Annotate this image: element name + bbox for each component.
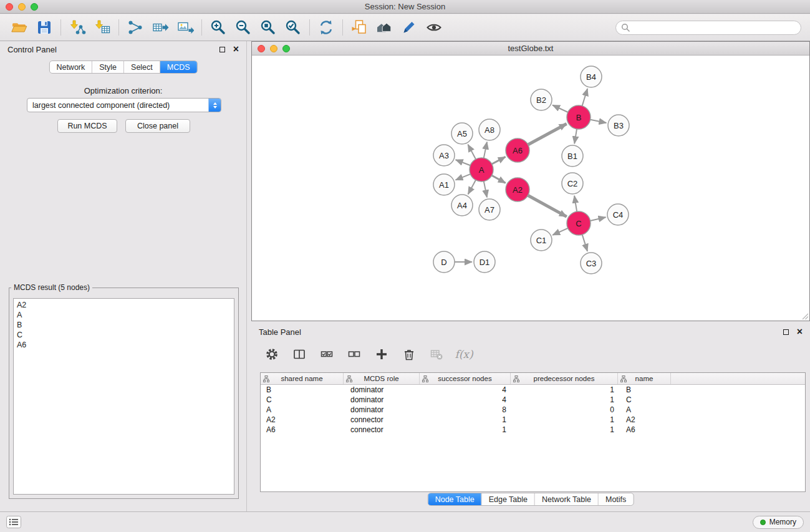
annotation-pen-button[interactable] [398,17,420,37]
tab-node-table[interactable]: Node Table [428,493,481,505]
graph-node-B4[interactable]: B4 [581,66,602,87]
table-cell[interactable]: 0 [511,405,618,414]
zoom-fit-button[interactable] [258,17,279,37]
graph-edge-B-B3[interactable] [591,120,607,123]
tab-mcds[interactable]: MCDS [160,61,197,73]
task-history-button[interactable] [6,516,21,528]
delete-table-button[interactable] [428,346,445,362]
tab-edge-table[interactable]: Edge Table [481,493,534,505]
graph-node-A4[interactable]: A4 [451,195,473,216]
graph-edge-A-A1[interactable] [456,174,471,180]
run-mcds-button[interactable]: Run MCDS [57,119,117,133]
export-table-button[interactable] [150,17,171,37]
graph-edge-C-C1[interactable] [552,228,568,235]
graph-node-C1[interactable]: C1 [531,230,552,251]
table-cell[interactable]: connector [344,415,420,424]
mcds-result-item[interactable]: B [17,320,231,330]
optimization-criterion-dropdown[interactable]: largest connected component (directed) [27,98,221,112]
graph-node-A5[interactable]: A5 [451,123,473,144]
table-cell[interactable]: A [261,405,344,414]
open-session-button[interactable] [9,17,30,37]
table-cell[interactable]: C [618,395,671,404]
mcds-result-item[interactable]: A [17,310,231,320]
tab-network-table[interactable]: Network Table [534,493,598,505]
resize-grip-icon[interactable] [801,312,809,320]
save-session-button[interactable] [34,17,55,37]
table-cell[interactable]: 1 [511,425,618,434]
graph-edge-B-B4[interactable] [582,89,588,106]
zoom-window-button[interactable] [31,3,38,11]
zoom-selected-button[interactable] [282,17,304,37]
table-settings-button[interactable] [264,346,280,362]
column-header-successor-nodes[interactable]: successor nodes [420,373,511,384]
tab-select[interactable]: Select [123,61,160,73]
column-header-shared-name[interactable]: shared name [261,373,344,384]
network-canvas[interactable]: A5A8A3A1A4A7AA6A2BB2B4B3B1CC2C4C1C3DD1 [252,56,809,321]
import-table-button[interactable] [92,17,113,37]
zoom-in-button[interactable] [208,17,229,37]
graph-edge-B-B1[interactable] [574,129,577,144]
export-image-button[interactable] [175,17,196,37]
close-panel-button[interactable]: Close panel [125,119,190,133]
graph-node-A[interactable]: A [470,158,493,181]
delete-column-button[interactable] [401,346,417,362]
deselect-all-button[interactable] [346,346,362,362]
table-cell[interactable]: 1 [511,385,618,394]
function-builder-button[interactable]: f(x) [456,346,472,362]
graph-edge-A-A2[interactable] [492,175,506,183]
graph-node-A6[interactable]: A6 [506,138,529,162]
graph-edge-A-A4[interactable] [468,180,476,195]
graph-node-A7[interactable]: A7 [479,199,500,220]
table-cell[interactable]: dominator [344,405,420,414]
tab-motifs[interactable]: Motifs [598,493,633,505]
graph-node-B2[interactable]: B2 [531,89,552,110]
table-row[interactable]: Bdominator41B [261,385,805,395]
graph-node-D1[interactable]: D1 [474,251,495,273]
graph-node-C2[interactable]: C2 [562,173,583,194]
minimize-window-button[interactable] [18,3,26,11]
graph-node-A1[interactable]: A1 [433,174,455,195]
mcds-result-item[interactable]: C [17,330,231,340]
graph-node-C4[interactable]: C4 [607,204,629,225]
memory-button[interactable]: Memory [753,516,804,529]
float-panel-icon[interactable] [219,47,225,52]
table-row[interactable]: Adominator80A [261,405,805,415]
graph-node-C3[interactable]: C3 [581,253,602,274]
close-network-window-button[interactable] [258,45,265,52]
add-column-button[interactable] [374,346,390,362]
graph-node-C[interactable]: C [567,211,591,235]
table-row[interactable]: Cdominator41C [261,395,805,405]
table-cell[interactable]: dominator [344,385,420,394]
table-cell[interactable]: 1 [420,415,511,424]
graph-node-B[interactable]: B [567,105,591,129]
minimize-network-window-button[interactable] [270,45,277,52]
mcds-result-list[interactable]: A2ABCA6 [13,298,234,495]
graph-edge-A-A3[interactable] [456,160,471,165]
table-cell[interactable]: A6 [618,425,671,434]
close-window-button[interactable] [6,3,13,11]
graph-node-B1[interactable]: B1 [562,145,583,167]
table-cell[interactable]: B [618,385,671,394]
zoom-network-window-button[interactable] [282,45,290,52]
table-cell[interactable]: A6 [261,425,344,434]
table-row[interactable]: A6connector11A6 [261,425,805,435]
show-columns-button[interactable] [291,346,307,362]
table-cell[interactable]: B [261,385,344,394]
column-header-mcds-role[interactable]: MCDS role [344,373,420,384]
table-cell[interactable]: A [618,405,671,414]
tab-style[interactable]: Style [92,61,123,73]
graph-node-B3[interactable]: B3 [608,115,629,136]
network-graph[interactable]: A5A8A3A1A4A7AA6A2BB2B4B3B1CC2C4C1C3DD1 [252,56,809,321]
graph-edge-C-C2[interactable] [574,196,577,211]
column-header-name[interactable]: name [618,373,671,384]
graph-edge-C-C4[interactable] [591,217,606,221]
graph-edge-A-A8[interactable] [484,142,487,158]
graph-edge-B-B2[interactable] [552,105,568,113]
graph-node-A2[interactable]: A2 [506,178,529,201]
table-cell[interactable]: connector [344,425,420,434]
clone-network-button[interactable] [349,17,370,37]
tab-network[interactable]: Network [49,61,92,73]
table-cell[interactable]: C [261,395,344,404]
zoom-out-button[interactable] [233,17,254,37]
table-cell[interactable]: 4 [420,385,511,394]
